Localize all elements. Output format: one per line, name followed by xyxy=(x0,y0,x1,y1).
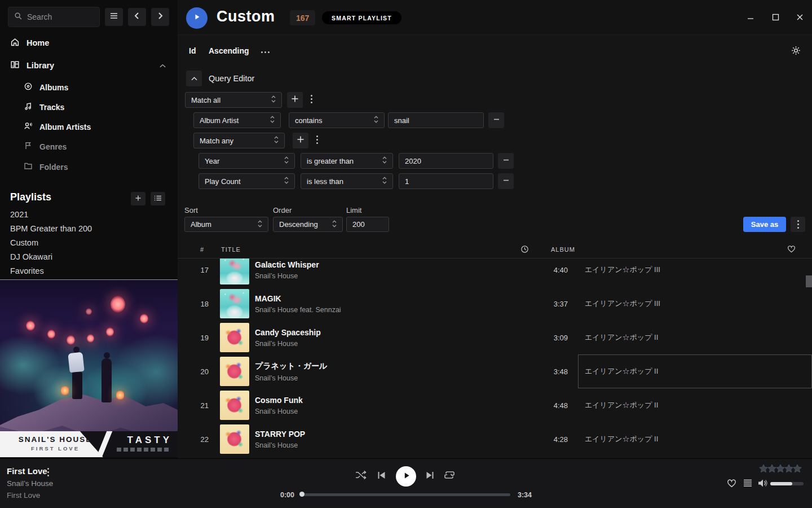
window-maximize-button[interactable] xyxy=(770,12,781,24)
smart-playlist-badge: SMART PLAYLIST xyxy=(322,11,401,24)
save-options-button[interactable] xyxy=(791,217,805,232)
sidebar-item-label: Home xyxy=(27,38,49,47)
sidebar-item-albums[interactable]: Albums xyxy=(24,82,68,93)
sort-select[interactable]: Album xyxy=(184,217,268,232)
column-title[interactable]: TITLE xyxy=(221,246,241,253)
volume-icon[interactable] xyxy=(758,479,768,488)
seek-knob[interactable] xyxy=(299,492,304,497)
track-row[interactable]: 18 MAGIKSnail’s House feat. Sennzai 3:37… xyxy=(178,287,812,321)
column-album[interactable]: ALBUM xyxy=(551,246,575,253)
add-rule-button[interactable] xyxy=(293,133,308,148)
search-input[interactable] xyxy=(27,12,89,21)
remove-rule-button[interactable] xyxy=(488,112,504,128)
track-number: 20 xyxy=(178,367,220,376)
shuffle-icon[interactable] xyxy=(355,470,367,480)
track-album[interactable]: エイリアン☆ポップ III xyxy=(578,259,812,287)
rule-field-select[interactable]: Album Artist xyxy=(193,112,281,128)
sidebar-item-library[interactable]: Library xyxy=(10,60,54,71)
playlist-item[interactable]: Favorites xyxy=(10,266,44,275)
cover-figure-man xyxy=(69,347,83,399)
playlist-list-button[interactable] xyxy=(151,192,165,205)
lantern xyxy=(67,335,75,345)
track-album[interactable]: エイリアン☆ポップ II xyxy=(578,321,812,354)
previous-track-icon[interactable] xyxy=(377,471,386,479)
lantern xyxy=(111,296,125,313)
play-playlist-button[interactable] xyxy=(186,7,208,29)
total-time: 3:34 xyxy=(518,491,532,499)
rule-operator-select[interactable]: contains xyxy=(289,112,385,128)
library-collapse-icon[interactable] xyxy=(159,61,166,71)
duration-clock-icon[interactable] xyxy=(520,245,529,255)
sort-direction-button[interactable]: Ascending xyxy=(209,46,249,55)
track-row[interactable]: 20 プラネット・ガールSnail’s House 3:48 エイリアン☆ポップ… xyxy=(178,354,812,388)
match-any-select[interactable]: Match any xyxy=(193,133,285,148)
more-options-icon[interactable] xyxy=(261,51,270,53)
track-row[interactable]: 22 STARRY POPSnail’s House 4:28 エイリアン☆ポッ… xyxy=(178,422,812,456)
rule-field-select[interactable]: Play Count xyxy=(198,173,295,189)
now-playing-options-icon[interactable] xyxy=(47,468,49,476)
add-rule-button[interactable] xyxy=(287,92,303,108)
sidebar-item-home[interactable]: Home xyxy=(10,37,49,49)
rule-field-select[interactable]: Year xyxy=(198,153,295,169)
next-track-icon[interactable] xyxy=(426,471,434,479)
volume-slider[interactable] xyxy=(770,482,804,485)
sidebar-item-genres[interactable]: Genres xyxy=(24,141,67,152)
group-options-icon[interactable] xyxy=(316,135,318,144)
track-row[interactable]: 17 Galactic WhisperSnail’s House 4:40 エイ… xyxy=(178,259,812,287)
app-window: Home Library Albums Tracks Album Artists… xyxy=(0,0,812,508)
playlist-item[interactable]: DJ Okawari xyxy=(10,252,52,261)
track-artist: Snail’s House xyxy=(255,374,544,382)
queue-icon[interactable] xyxy=(743,479,752,487)
album-art-thumbnail xyxy=(220,391,249,420)
group-options-icon[interactable] xyxy=(311,95,312,103)
playlist-item[interactable]: BPM Greater than 200 xyxy=(10,224,92,233)
sort-field-button[interactable]: Id xyxy=(189,46,196,55)
rating-stars[interactable] xyxy=(759,464,802,473)
sidebar-item-album-artists[interactable]: Album Artists xyxy=(24,121,91,132)
column-number[interactable]: # xyxy=(200,246,204,253)
repeat-icon[interactable] xyxy=(444,470,455,480)
window-minimize-button[interactable] xyxy=(745,12,756,24)
limit-input[interactable] xyxy=(346,217,389,232)
settings-gear-icon[interactable] xyxy=(791,46,801,58)
favorite-heart-icon[interactable] xyxy=(727,479,736,488)
track-duration: 3:37 xyxy=(544,300,578,308)
sidebar-item-folders[interactable]: Folders xyxy=(24,161,68,172)
artist-icon xyxy=(24,121,33,132)
minus-icon xyxy=(493,115,500,125)
scrollbar-thumb[interactable] xyxy=(806,275,812,287)
album-art-thumbnail xyxy=(220,289,249,318)
plus-icon xyxy=(291,95,299,105)
window-close-button[interactable] xyxy=(794,12,805,24)
query-editor-collapse-button[interactable] xyxy=(186,71,202,86)
rule-value-input[interactable] xyxy=(399,173,493,189)
sidebar-item-tracks[interactable]: Tracks xyxy=(24,102,64,112)
rule-operator-select[interactable]: is less than xyxy=(301,173,393,189)
playlist-item[interactable]: Custom xyxy=(10,238,38,247)
menu-button[interactable] xyxy=(105,8,123,26)
order-select[interactable]: Descending xyxy=(273,217,343,232)
match-all-select[interactable]: Match all xyxy=(185,92,282,108)
search-box[interactable] xyxy=(8,7,100,27)
rule-value-input[interactable] xyxy=(388,112,484,128)
kebab-icon xyxy=(797,220,799,229)
nav-back-button[interactable] xyxy=(128,8,146,26)
track-album[interactable]: エイリアン☆ポップ II xyxy=(578,422,812,456)
rule-value-input[interactable] xyxy=(399,153,493,169)
rule-operator-select[interactable]: is greater than xyxy=(301,153,393,169)
save-as-button[interactable]: Save as xyxy=(743,217,786,232)
remove-rule-button[interactable] xyxy=(498,173,514,189)
playlist-item[interactable]: 2021 xyxy=(10,210,28,219)
play-pause-button[interactable] xyxy=(396,466,416,487)
add-playlist-button[interactable] xyxy=(131,192,145,205)
nav-forward-button[interactable] xyxy=(151,8,169,26)
now-playing-cover-art[interactable]: SNAIL'S HOUSE FIRST LOVE TASTY xyxy=(0,279,178,457)
track-album[interactable]: エイリアン☆ポップ II xyxy=(578,388,812,422)
track-album-focused[interactable]: エイリアン☆ポップ II xyxy=(578,354,812,388)
track-row[interactable]: 21 Cosmo FunkSnail’s House 4:48 エイリアン☆ポッ… xyxy=(178,388,812,422)
favorite-heart-icon[interactable] xyxy=(787,245,796,254)
seek-bar[interactable] xyxy=(302,493,510,496)
remove-rule-button[interactable] xyxy=(498,153,514,169)
track-row[interactable]: 19 Candy SpaceshipSnail’s House 3:09 エイリ… xyxy=(178,321,812,354)
track-album[interactable]: エイリアン☆ポップ III xyxy=(578,287,812,321)
